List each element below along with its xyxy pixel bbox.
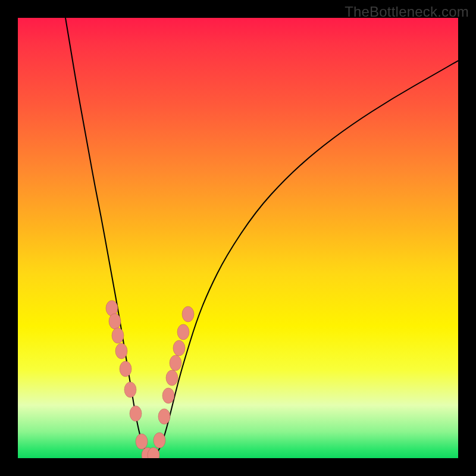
attribution-text: TheBottleneck.com bbox=[345, 4, 469, 20]
chart-container: TheBottleneck.com bbox=[0, 0, 476, 476]
chart-svg-overlay bbox=[18, 18, 458, 458]
highlight-dot bbox=[109, 314, 121, 329]
highlight-dot bbox=[173, 340, 185, 356]
highlight-dot bbox=[158, 409, 170, 424]
highlight-dot bbox=[120, 361, 131, 377]
highlight-dot bbox=[124, 382, 136, 397]
highlight-dot bbox=[136, 434, 148, 449]
highlight-dot bbox=[166, 370, 178, 386]
highlight-dot bbox=[177, 324, 189, 340]
highlight-dot bbox=[182, 306, 194, 322]
highlight-dots-group bbox=[106, 300, 194, 458]
highlight-dot bbox=[112, 328, 124, 343]
highlight-dot bbox=[170, 355, 181, 371]
highlight-dot bbox=[162, 388, 174, 403]
highlight-dot bbox=[154, 433, 165, 448]
highlight-dot bbox=[115, 343, 127, 359]
highlight-dot bbox=[130, 406, 142, 421]
